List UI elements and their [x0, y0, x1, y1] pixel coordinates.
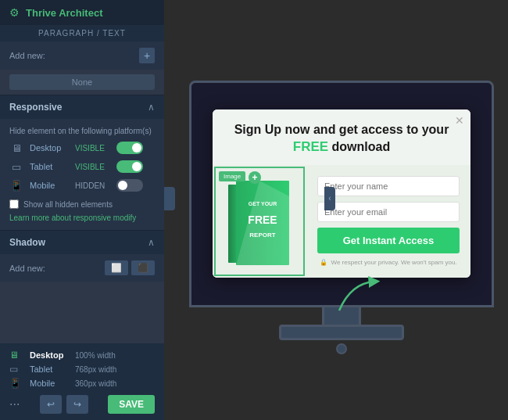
- redo-button[interactable]: ↪: [66, 395, 88, 414]
- popup-header-text: Sign Up now and get access to your FREE …: [228, 122, 455, 156]
- desktop-toggle[interactable]: [116, 142, 143, 154]
- popup-card: ✕ Sign Up now and get access to your FRE…: [213, 109, 470, 278]
- shadow-title: Shadow: [9, 237, 45, 248]
- none-button[interactable]: None: [9, 74, 155, 90]
- panel-header: ⚙ Thrive Architect: [0, 0, 164, 25]
- shadow-section-header[interactable]: Shadow ∧: [0, 230, 164, 254]
- lock-icon: 🔒: [320, 259, 327, 266]
- privacy-message: We respect your privacy. We won't spam y…: [331, 259, 457, 266]
- popup-header-text-main: Sign Up now and get access to your: [234, 123, 449, 136]
- add-new-label: Add new:: [9, 51, 45, 60]
- right-panel: ✕ Sign Up now and get access to your FRE…: [175, 0, 508, 420]
- desktop-name: Desktop: [30, 143, 69, 153]
- tablet-icon: ▭: [9, 161, 23, 173]
- device-row-mobile[interactable]: 📱 Mobile 360px width: [9, 378, 155, 389]
- save-button[interactable]: SAVE: [108, 395, 155, 414]
- device-mobile-name: Mobile: [30, 379, 69, 388]
- add-new-button[interactable]: +: [139, 48, 155, 63]
- show-hidden-checkbox[interactable]: [9, 199, 19, 209]
- responsive-title: Responsive: [9, 102, 62, 113]
- tablet-name: Tablet: [30, 162, 69, 171]
- responsive-section-header[interactable]: Responsive ∧: [0, 95, 164, 119]
- platform-row-desktop: 🖥 Desktop VISIBLE: [9, 142, 155, 154]
- app-title: Thrive Architect: [26, 7, 103, 19]
- thrive-icon: ⚙: [9, 6, 20, 19]
- action-buttons: ↩ ↪: [40, 395, 88, 414]
- collapse-panel-button[interactable]: ‹: [164, 187, 175, 210]
- device-row-tablet[interactable]: ▭ Tablet 768px width: [9, 364, 155, 375]
- svg-text:REPORT: REPORT: [249, 232, 275, 239]
- popup-download-text: download: [332, 140, 391, 153]
- device-desktop-width: 100% width: [75, 351, 116, 360]
- bottom-actions: ··· ↩ ↪ SAVE: [9, 395, 155, 414]
- shadow-buttons: ⬜ ⬛: [105, 260, 155, 275]
- green-arrow: [335, 275, 382, 314]
- monitor-base: [279, 325, 404, 340]
- shadow-btn-2[interactable]: ⬛: [131, 260, 155, 275]
- mobile-name: Mobile: [30, 181, 69, 190]
- desktop-status: VISIBLE: [75, 144, 110, 153]
- name-input[interactable]: [317, 176, 460, 196]
- device-mobile-width: 360px width: [75, 379, 116, 388]
- undo-button[interactable]: ↩: [40, 395, 62, 414]
- device-row-desktop[interactable]: 🖥 Desktop 100% width: [9, 350, 155, 361]
- device-tablet-width: 768px width: [75, 365, 116, 374]
- shadow-btn-1[interactable]: ⬜: [105, 260, 128, 275]
- shadow-chevron-icon: ∧: [148, 237, 155, 248]
- mobile-status: HIDDEN: [75, 181, 110, 190]
- add-image-icon[interactable]: +: [249, 171, 261, 184]
- device-list: 🖥 Desktop 100% width ▭ Tablet 768px widt…: [9, 350, 155, 389]
- book-area: Image +: [213, 165, 306, 278]
- device-desktop-icon: 🖥: [9, 350, 23, 361]
- show-hidden-label: Show all hidden elements: [23, 200, 113, 209]
- mobile-icon: 📱: [9, 180, 23, 192]
- responsive-chevron-icon: ∧: [148, 102, 155, 113]
- platform-row-tablet: ▭ Tablet VISIBLE: [9, 160, 155, 173]
- tablet-status: VISIBLE: [75, 163, 110, 171]
- book-cover: GET YOUR FREE REPORT: [228, 181, 291, 270]
- device-desktop-name: Desktop: [30, 350, 69, 360]
- panel-collapse-arrow[interactable]: ‹: [324, 187, 335, 210]
- mobile-toggle[interactable]: [116, 179, 143, 192]
- svg-text:GET YOUR: GET YOUR: [249, 201, 277, 206]
- image-label: Image: [219, 171, 245, 181]
- svg-text:FREE: FREE: [248, 214, 277, 226]
- popup-close-icon[interactable]: ✕: [455, 114, 464, 127]
- learn-more-link[interactable]: Learn more about responsive modify: [9, 214, 155, 222]
- get-access-button[interactable]: Get Instant Access: [317, 228, 460, 253]
- form-area: Get Instant Access 🔒 We respect your pri…: [306, 165, 470, 278]
- monitor-screen: ✕ Sign Up now and get access to your FRE…: [189, 81, 494, 307]
- platform-row-mobile: 📱 Mobile HIDDEN: [9, 179, 155, 192]
- device-tablet-icon: ▭: [9, 364, 23, 375]
- shadow-add-label: Add new:: [9, 264, 45, 273]
- shadow-add-row: Add new: ⬜ ⬛: [9, 260, 155, 275]
- popup-header: Sign Up now and get access to your FREE …: [213, 109, 470, 165]
- bottom-bar: 🖥 Desktop 100% width ▭ Tablet 768px widt…: [0, 343, 164, 420]
- privacy-text: 🔒 We respect your privacy. We won't spam…: [317, 259, 460, 266]
- tablet-toggle[interactable]: [116, 160, 143, 173]
- popup-body: Image +: [213, 165, 470, 278]
- email-input[interactable]: [317, 202, 460, 222]
- left-panel: ⚙ Thrive Architect PARAGRAPH / TEXT Add …: [0, 0, 164, 420]
- popup-free-text: FREE: [293, 139, 328, 154]
- show-hidden-row: Show all hidden elements: [9, 199, 155, 209]
- device-tablet-name: Tablet: [30, 364, 69, 374]
- desktop-icon: 🖥: [9, 142, 23, 154]
- responsive-body: Hide element on the following platform(s…: [0, 119, 164, 230]
- add-new-row: Add new: +: [0, 41, 164, 70]
- shadow-body: Add new: ⬜ ⬛: [0, 254, 164, 282]
- monitor-dot: [336, 343, 347, 354]
- device-mobile-icon: 📱: [9, 378, 23, 389]
- more-button[interactable]: ···: [9, 397, 20, 411]
- panel-subtitle: PARAGRAPH / TEXT: [0, 25, 164, 41]
- hide-label: Hide element on the following platform(s…: [9, 127, 155, 135]
